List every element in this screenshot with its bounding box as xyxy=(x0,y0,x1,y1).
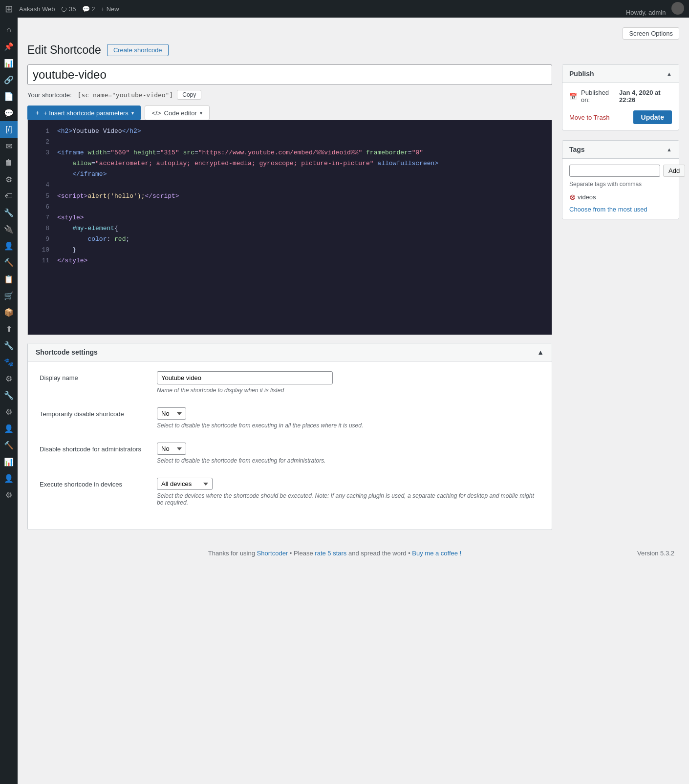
tags-box-header[interactable]: Tags ▲ xyxy=(562,141,679,159)
copy-button[interactable]: Copy xyxy=(177,90,201,100)
tag-label: videos xyxy=(578,193,596,201)
create-shortcode-button[interactable]: Create shortcode xyxy=(107,44,169,56)
sidebar-item-users[interactable]: 👤 xyxy=(0,237,18,254)
content-layout: Your shortcode: [sc name="youtube-video"… xyxy=(27,64,679,530)
plugin-link[interactable]: Shortcoder xyxy=(257,550,288,557)
main-wrap: Screen Options Edit Shortcode Create sho… xyxy=(18,18,689,784)
sidebar-item-analytics[interactable]: 📊 xyxy=(0,55,18,71)
avatar[interactable] xyxy=(671,2,684,15)
sidebar-item-tags[interactable]: 🏷 xyxy=(0,188,18,204)
sidebar-item-person[interactable]: 👤 xyxy=(0,420,18,437)
settings-body: Display name Name of the shortcode to di… xyxy=(28,361,552,530)
sidebar-item-bottom-settings[interactable]: ⚙ xyxy=(0,487,18,503)
calendar-icon: 📅 xyxy=(569,93,577,100)
chevron-down-icon: ▾ xyxy=(131,110,134,116)
tags-hint: Separate tags with commas xyxy=(569,181,672,188)
code-line-3c: </iframe> xyxy=(36,169,544,180)
choose-tags-link[interactable]: Choose from the most used xyxy=(569,206,647,213)
sidebar-item-tools[interactable]: 🔧 xyxy=(0,204,18,221)
display-name-control: Name of the shortcode to display when it… xyxy=(157,371,540,394)
right-sidebar: Publish ▲ 📅 Published on: Jan 4, 2020 at… xyxy=(562,64,679,229)
sidebar-item-hammer[interactable]: 🔨 xyxy=(0,437,18,453)
sidebar-item-mail[interactable]: ✉ xyxy=(0,138,18,154)
devices-hint: Select the devices where the shortcode s… xyxy=(157,492,540,506)
sidebar-item-shop[interactable]: 🛒 xyxy=(0,287,18,304)
devices-control: All devices Desktop only Mobile only Sel… xyxy=(157,478,540,506)
settings-header[interactable]: Shortcode settings ▲ xyxy=(28,343,552,361)
sidebar-item-shortcoder[interactable]: [/] xyxy=(0,121,18,138)
howdy-label: Howdy, admin xyxy=(626,2,684,16)
sidebar-item-box[interactable]: 📦 xyxy=(0,304,18,320)
footer-sep2: and spread the word • xyxy=(348,550,412,557)
sidebar-item-plugins[interactable]: 🔌 xyxy=(0,221,18,237)
sidebar-item-settings[interactable]: ⚙ xyxy=(0,171,18,188)
settings-row-disable-admin: Disable shortcode for administrators No … xyxy=(40,443,540,464)
disable-admin-select[interactable]: No Yes xyxy=(157,443,186,455)
sidebar-item-layers[interactable]: ⬆ xyxy=(0,320,18,337)
wp-logo-icon[interactable]: ⊞ xyxy=(5,3,13,15)
sidebar-item-admin-user[interactable]: 👤 xyxy=(0,470,18,487)
tags-toggle-icon: ▲ xyxy=(667,147,672,152)
devices-label: Execute shortcode in devices xyxy=(40,478,157,488)
sidebar-item-settings2[interactable]: ⚙ xyxy=(0,370,18,387)
sidebar-item-dashboard[interactable]: ⌂ xyxy=(0,21,18,38)
sidebar-item-gear[interactable]: ⚙ xyxy=(0,403,18,420)
sidebar-item-theme[interactable]: 🔨 xyxy=(0,254,18,271)
new-item[interactable]: + New xyxy=(101,5,119,13)
disable-admin-hint: Select to disable the shortcode from exe… xyxy=(157,457,540,464)
tags-input-row: Add xyxy=(569,165,672,177)
sidebar-item-config[interactable]: 🔧 xyxy=(0,387,18,403)
sidebar-item-trash[interactable]: 🗑 xyxy=(0,154,18,171)
sidebar-item-paw[interactable]: 🐾 xyxy=(0,354,18,370)
code-line-10: 10 } xyxy=(36,245,544,255)
buy-link[interactable]: Buy me a coffee ! xyxy=(412,550,461,557)
rate-link[interactable]: rate 5 stars xyxy=(315,550,346,557)
settings-title: Shortcode settings xyxy=(36,348,98,356)
publish-box-header[interactable]: Publish ▲ xyxy=(562,65,679,83)
sidebar-item-posts[interactable]: 📌 xyxy=(0,38,18,55)
admin-bar-items: ⭮ 35 💬 2 + New xyxy=(61,5,119,13)
settings-row-devices: Execute shortcode in devices All devices… xyxy=(40,478,540,506)
admin-bar: ⊞ Aakash Web ⭮ 35 💬 2 + New Howdy, admin xyxy=(0,0,689,18)
settings-row-disable: Temporarily disable shortcode No Yes Sel… xyxy=(40,407,540,429)
move-to-trash-link[interactable]: Move to Trash xyxy=(569,114,609,121)
code-line-4: 4 xyxy=(36,180,544,191)
site-name[interactable]: Aakash Web xyxy=(19,5,55,13)
display-name-input[interactable] xyxy=(157,371,333,384)
code-editor-button[interactable]: </> Code editor ▾ xyxy=(145,106,210,120)
comments-count[interactable]: 💬 2 xyxy=(82,5,95,13)
screen-options-button[interactable]: Screen Options xyxy=(623,27,679,40)
display-name-label: Display name xyxy=(40,371,157,381)
sidebar-item-media[interactable]: 📋 xyxy=(0,271,18,287)
code-line-3b: allow="accelerometer; autoplay; encrypte… xyxy=(36,158,544,169)
editor-toolbar: ＋ + Insert shortcode parameters ▾ </> Co… xyxy=(27,106,552,120)
code-editor-area[interactable]: 1 <h2>Youtube Video</h2> 2 3 <iframe wid… xyxy=(27,120,552,335)
footer-thanks: Thanks for using xyxy=(208,550,255,557)
footer-sep1: • Please xyxy=(290,550,315,557)
shortcode-name-input[interactable] xyxy=(27,64,552,85)
disable-label: Temporarily disable shortcode xyxy=(40,407,157,418)
content-main: Your shortcode: [sc name="youtube-video"… xyxy=(27,64,552,530)
code-line-6: 6 xyxy=(36,202,544,212)
tag-remove-icon[interactable]: ⊗ xyxy=(569,192,576,202)
devices-select[interactable]: All devices Desktop only Mobile only xyxy=(157,478,213,490)
disable-admin-label: Disable shortcode for administrators xyxy=(40,443,157,453)
shortcode-settings-box: Shortcode settings ▲ Display name Name o… xyxy=(27,343,552,530)
add-tag-button[interactable]: Add xyxy=(663,165,685,177)
sidebar-item-comments[interactable]: 💬 xyxy=(0,105,18,121)
disable-select[interactable]: No Yes xyxy=(157,407,186,420)
shortcode-display: Your shortcode: [sc name="youtube-video"… xyxy=(27,90,552,100)
code-line-11: 11 </style> xyxy=(36,255,544,266)
updates-count[interactable]: ⭮ 35 xyxy=(61,5,76,13)
update-button[interactable]: Update xyxy=(633,110,672,124)
tags-input[interactable] xyxy=(569,165,660,177)
sidebar-item-links[interactable]: 🔗 xyxy=(0,71,18,88)
publish-actions: Move to Trash Update xyxy=(569,110,672,124)
sidebar-item-wrench[interactable]: 🔧 xyxy=(0,337,18,354)
code-line-2: 2 xyxy=(36,137,544,148)
tag-item-videos: ⊗ videos xyxy=(569,192,672,202)
sidebar-item-pages[interactable]: 📄 xyxy=(0,88,18,105)
sidebar-item-chart[interactable]: 📊 xyxy=(0,453,18,470)
publish-toggle-icon: ▲ xyxy=(667,71,672,77)
insert-parameters-button[interactable]: ＋ + Insert shortcode parameters ▾ xyxy=(27,106,141,120)
